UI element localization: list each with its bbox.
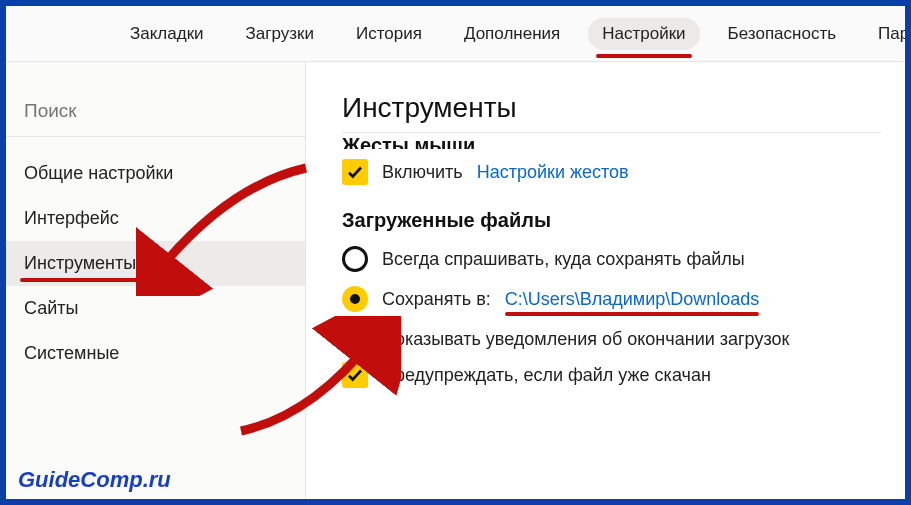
tab-extensions[interactable]: Дополнения bbox=[450, 18, 574, 50]
sidebar-item-system[interactable]: Системные bbox=[6, 331, 305, 376]
section-mouse-gestures: Жесты мыши bbox=[342, 135, 881, 149]
enable-gestures-label: Включить bbox=[382, 162, 463, 183]
section-downloads-title: Загруженные файлы bbox=[342, 209, 881, 232]
tab-history[interactable]: История bbox=[342, 18, 436, 50]
notify-label: Показывать уведомления об окончании загр… bbox=[382, 329, 789, 350]
sidebar-item-tools[interactable]: Инструменты bbox=[6, 241, 305, 286]
warn-label: Предупреждать, если файл уже скачан bbox=[382, 365, 711, 386]
sidebar-item-interface[interactable]: Интерфейс bbox=[6, 196, 305, 241]
link-download-path[interactable]: C:\Users\Владимир\Downloads bbox=[505, 289, 760, 310]
row-ask-where-save: Всегда спрашивать, куда сохранять файлы bbox=[342, 246, 881, 272]
tab-security[interactable]: Безопасность bbox=[714, 18, 850, 50]
save-in-label: Сохранять в: bbox=[382, 289, 491, 310]
tab-downloads[interactable]: Загрузки bbox=[232, 18, 328, 50]
sidebar-list: Общие настройки Интерфейс Инструменты Са… bbox=[6, 151, 305, 376]
annotation-underline bbox=[596, 54, 691, 58]
tab-passwords-cut[interactable]: Пар bbox=[864, 18, 905, 50]
settings-sidebar: Общие настройки Интерфейс Инструменты Са… bbox=[6, 62, 306, 499]
checkbox-notify[interactable] bbox=[342, 326, 368, 352]
sidebar-item-general[interactable]: Общие настройки bbox=[6, 151, 305, 196]
checkbox-warn[interactable] bbox=[342, 362, 368, 388]
annotation-underline bbox=[20, 278, 156, 282]
annotation-underline bbox=[505, 312, 760, 316]
checkbox-enable-gestures[interactable] bbox=[342, 159, 368, 185]
row-enable-gestures: Включить Настройки жестов bbox=[342, 159, 881, 185]
tab-bookmarks[interactable]: Закладки bbox=[116, 18, 218, 50]
tab-settings[interactable]: Настройки bbox=[588, 18, 699, 50]
link-gesture-settings[interactable]: Настройки жестов bbox=[477, 162, 629, 183]
radio-always-ask[interactable] bbox=[342, 246, 368, 272]
page-title: Инструменты bbox=[342, 92, 881, 124]
row-warn-exists: Предупреждать, если файл уже скачан bbox=[342, 362, 881, 388]
sidebar-item-sites[interactable]: Сайты bbox=[6, 286, 305, 331]
check-icon bbox=[346, 330, 364, 348]
settings-main: Инструменты Жесты мыши Включить Настройк… bbox=[306, 62, 905, 499]
check-icon bbox=[346, 163, 364, 181]
always-ask-label: Всегда спрашивать, куда сохранять файлы bbox=[382, 249, 745, 270]
row-save-to-path: Сохранять в: C:\Users\Владимир\Downloads bbox=[342, 286, 881, 312]
radio-save-to[interactable] bbox=[342, 286, 368, 312]
app-frame: Закладки Загрузки История Дополнения Нас… bbox=[0, 0, 911, 505]
watermark: GuideComp.ru bbox=[18, 467, 171, 493]
radio-dot-icon bbox=[350, 294, 360, 304]
top-tabs: Закладки Загрузки История Дополнения Нас… bbox=[6, 6, 905, 62]
body: Общие настройки Интерфейс Инструменты Са… bbox=[6, 62, 905, 499]
check-icon bbox=[346, 366, 364, 384]
search-input[interactable] bbox=[6, 92, 305, 137]
row-notify-finish: Показывать уведомления об окончании загр… bbox=[342, 326, 881, 352]
divider bbox=[342, 132, 881, 133]
